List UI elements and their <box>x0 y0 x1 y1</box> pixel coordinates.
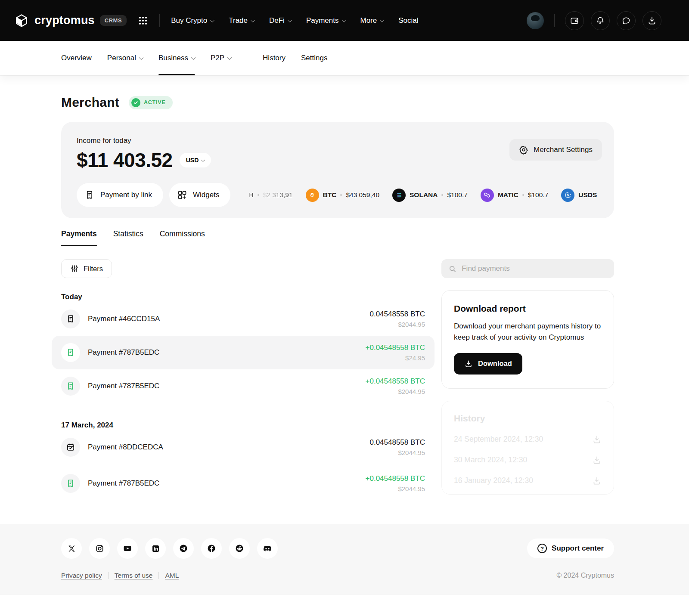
usds-icon: $ <box>561 189 574 202</box>
income-amount: $11 403.52 <box>77 149 173 172</box>
calendar-icon <box>61 438 80 457</box>
instagram-icon[interactable] <box>89 538 110 559</box>
merchant-settings-button[interactable]: Merchant Settings <box>509 139 602 161</box>
linkedin-icon[interactable] <box>145 538 166 559</box>
brand[interactable]: cryptomus CRMS <box>14 13 127 28</box>
payment-row[interactable]: Payment #787B5EDC +0.04548558 BTC $2044.… <box>52 371 435 401</box>
nav-item-payments[interactable]: Payments <box>306 16 346 25</box>
chat-icon <box>621 16 631 25</box>
telegram-icon[interactable] <box>173 538 194 559</box>
download-icon[interactable] <box>592 455 602 465</box>
history-row: 30 March 2024, 12:30 <box>454 455 602 465</box>
merchant-tabs: Payments Statistics Commissions <box>61 229 614 246</box>
payment-title: Payment #787B5EDC <box>88 348 159 357</box>
subnav-history[interactable]: History <box>263 41 286 75</box>
payments-group-heading: Today <box>61 293 425 301</box>
filters-button[interactable]: Filters <box>61 259 112 278</box>
history-row: 24 September 2024, 12:30 <box>454 435 602 444</box>
payment-by-link-button[interactable]: Payment by link <box>77 183 163 207</box>
terms-of-use-link[interactable]: Terms of use <box>115 572 153 579</box>
chevron-down-icon <box>250 17 255 22</box>
aml-link[interactable]: AML <box>165 572 179 579</box>
payment-amount-btc: +0.04548558 BTC <box>366 344 425 352</box>
chevron-down-icon <box>139 55 143 60</box>
receive-button[interactable] <box>642 11 661 30</box>
history-date: 24 September 2024, 12:30 <box>454 435 543 444</box>
payments-group-heading: 17 March, 2024 <box>61 421 425 430</box>
wallet-button[interactable] <box>565 11 584 30</box>
user-avatar[interactable] <box>527 12 544 29</box>
support-center-button[interactable]: Support center <box>527 539 614 558</box>
subnav-business[interactable]: Business <box>158 41 195 75</box>
legal-separator <box>108 572 109 579</box>
subnav-overview[interactable]: Overview <box>61 41 92 75</box>
status-label: ACTIVE <box>144 99 166 105</box>
chevron-down-icon <box>341 17 346 22</box>
payment-row[interactable]: Payment #46CCD15A 0.04548558 BTC $2044.9… <box>52 304 435 334</box>
receipt-icon <box>61 474 80 493</box>
search-box[interactable] <box>441 259 614 278</box>
nav-item-more[interactable]: More <box>360 16 384 25</box>
payment-row[interactable]: Payment #787B5EDC +0.04548558 BTC $2044.… <box>52 468 435 498</box>
ticker-item-eth: H$2 313,91 <box>248 191 292 199</box>
svg-text:B: B <box>310 192 315 198</box>
currency-selector[interactable]: USD <box>180 153 211 167</box>
chevron-down-icon <box>191 55 196 60</box>
payment-amount-btc: +0.04548558 BTC <box>366 474 425 483</box>
payment-amount-usd: $2044.95 <box>369 321 425 328</box>
ticker-item-matic: MATIC$100.7 <box>481 189 548 202</box>
svg-text:$: $ <box>567 193 569 197</box>
chat-button[interactable] <box>617 11 636 30</box>
youtube-icon[interactable] <box>117 538 138 559</box>
payment-amount-usd: $2044.95 <box>369 449 425 456</box>
ticker-item-solana: SOLANA$100.7 <box>392 189 468 202</box>
tab-payments[interactable]: Payments <box>61 229 97 246</box>
notifications-button[interactable] <box>591 11 610 30</box>
sidebar-right: Download report Download your merchant p… <box>441 259 614 495</box>
payment-title: Payment #787B5EDC <box>88 382 159 390</box>
solana-icon <box>392 189 406 202</box>
legal-separator <box>158 572 159 579</box>
download-icon[interactable] <box>592 476 602 486</box>
x-twitter-icon[interactable] <box>61 538 82 559</box>
merchant-sub-nav: Overview Personal Business P2P History S… <box>0 41 689 75</box>
cryptomus-logo-icon <box>14 13 29 28</box>
payment-title: Payment #46CCD15A <box>88 315 160 323</box>
chevron-down-icon <box>227 55 232 60</box>
report-title: Download report <box>454 303 602 314</box>
tab-statistics[interactable]: Statistics <box>113 229 143 246</box>
gear-icon <box>519 145 528 155</box>
payment-row[interactable]: Payment #8DDCEDCA 0.04548558 BTC $2044.9… <box>52 432 435 462</box>
apps-grid-icon[interactable] <box>138 15 148 26</box>
subnav-personal[interactable]: Personal <box>107 41 143 75</box>
nav-item-trade[interactable]: Trade <box>229 16 254 25</box>
nav-item-buy-crypto[interactable]: Buy Crypto <box>171 16 214 25</box>
payment-row[interactable]: Payment #787B5EDC +0.04548558 BTC $24.95 <box>52 336 435 369</box>
reddit-icon[interactable] <box>229 538 250 559</box>
nav-item-social[interactable]: Social <box>398 16 418 25</box>
check-icon <box>131 98 140 107</box>
search-input[interactable] <box>462 264 607 273</box>
payment-amount-btc: +0.04548558 BTC <box>366 377 425 386</box>
payment-title: Payment #8DDCEDCA <box>88 443 163 452</box>
top-nav-actions <box>527 11 661 30</box>
receipt-icon <box>61 310 80 328</box>
nav-divider <box>159 14 160 27</box>
receipt-icon <box>84 190 95 200</box>
nav-item-defi[interactable]: DeFi <box>269 16 292 25</box>
tab-commissions[interactable]: Commissions <box>160 229 205 246</box>
widgets-button[interactable]: Widgets <box>169 183 230 207</box>
payments-list: Filters Today Payment #46CCD15A 0.045485… <box>61 259 425 500</box>
crms-badge: CRMS <box>100 15 127 26</box>
subnav-p2p[interactable]: P2P <box>211 41 231 75</box>
privacy-policy-link[interactable]: Privacy policy <box>61 572 102 579</box>
main-content: Merchant ACTIVE Income for today $11 403… <box>61 95 614 500</box>
footer: Support center Privacy policy Terms of u… <box>0 524 689 595</box>
facebook-icon[interactable] <box>201 538 222 559</box>
history-title: History <box>454 413 602 424</box>
page-title: Merchant <box>61 95 119 110</box>
download-icon[interactable] <box>592 435 602 444</box>
discord-icon[interactable] <box>257 538 278 559</box>
download-report-button[interactable]: Download <box>454 353 522 375</box>
subnav-settings[interactable]: Settings <box>301 41 327 75</box>
